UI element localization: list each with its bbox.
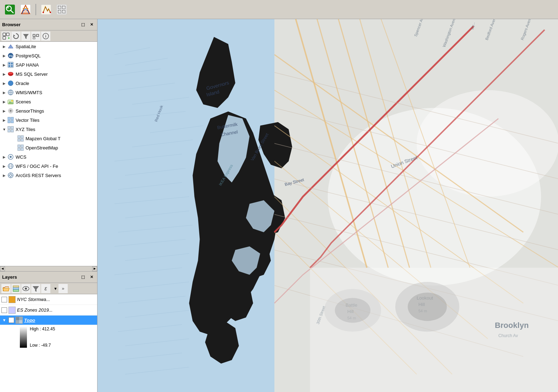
expander-xyz-tiles[interactable]: ▼ bbox=[1, 126, 7, 132]
expander-vector-tiles[interactable]: ▶ bbox=[1, 117, 7, 123]
expander-ms-sql[interactable]: ▶ bbox=[1, 71, 7, 77]
expander-sap-hana[interactable]: ▶ bbox=[1, 62, 7, 68]
svg-point-50 bbox=[10, 110, 12, 112]
browser-item-arcgis[interactable]: ▶ ArcGIS REST Servers bbox=[0, 171, 97, 180]
search-toolbar-btn[interactable] bbox=[3, 2, 17, 17]
layers-open-btn[interactable] bbox=[1, 284, 11, 293]
browser-item-postgresql[interactable]: ▶ PG PostgreSQL bbox=[0, 51, 97, 60]
oracle-icon bbox=[7, 80, 14, 87]
svg-rect-9 bbox=[41, 5, 51, 15]
hscroll-left[interactable]: ◀ bbox=[0, 266, 5, 271]
svg-rect-67 bbox=[18, 148, 20, 150]
layer-legend-topo: High : 412.45 Low : -49.7 bbox=[0, 325, 97, 351]
browser-item-xyz-tiles[interactable]: ▼ XYZ Tiles bbox=[0, 125, 97, 134]
mapzen-label: Mapzen Global T bbox=[26, 136, 61, 141]
svg-rect-36 bbox=[9, 63, 10, 64]
spatialite-icon bbox=[7, 43, 14, 50]
ms-sql-label: MS SQL Server bbox=[16, 72, 48, 77]
legend-high-label: High : 412.45 bbox=[30, 326, 55, 331]
layers-visibility-btn[interactable] bbox=[21, 284, 30, 293]
ms-sql-icon bbox=[7, 70, 14, 78]
browser-item-wms[interactable]: ▶ WMS/WMTS bbox=[0, 88, 97, 97]
browser-item-spatialite[interactable]: ▶ SpatiaLite bbox=[0, 42, 97, 51]
browser-item-ms-sql[interactable]: ▶ MS SQL Server bbox=[0, 69, 97, 79]
browser-item-sensor-things[interactable]: ▶ SensorThings bbox=[0, 106, 97, 115]
svg-rect-88 bbox=[16, 317, 19, 320]
browser-hscroll[interactable]: ◀ ▶ bbox=[0, 266, 97, 271]
browser-close-btn[interactable]: ✕ bbox=[88, 21, 95, 28]
svg-point-76 bbox=[10, 174, 12, 176]
layer-checkbox-es[interactable] bbox=[1, 307, 7, 313]
layers-more-btn[interactable]: » bbox=[58, 284, 68, 293]
vector-tiles-icon bbox=[7, 117, 14, 124]
expander-wcs[interactable]: ▶ bbox=[1, 154, 7, 160]
main-area: Browser ⬚ ✕ + bbox=[0, 19, 558, 392]
layer-swatch-topo bbox=[16, 317, 23, 324]
svg-point-93 bbox=[417, 90, 558, 197]
select-btn[interactable] bbox=[55, 2, 69, 17]
expander-sensor-things[interactable]: ▶ bbox=[1, 108, 7, 114]
browser-item-wcs[interactable]: ▶ WCS bbox=[0, 152, 97, 161]
hscroll-track[interactable] bbox=[5, 266, 92, 271]
postgresql-label: PostgreSQL bbox=[16, 53, 41, 58]
toolbar-separator-1 bbox=[35, 4, 36, 15]
sap-hana-icon bbox=[7, 61, 14, 68]
postgresql-icon: PG bbox=[7, 52, 14, 59]
svg-marker-24 bbox=[23, 34, 29, 39]
browser-collapse-btn[interactable] bbox=[31, 32, 40, 41]
browser-item-vector-tiles[interactable]: ▶ Vector Tiles bbox=[0, 115, 97, 125]
expander-postgresql[interactable]: ▶ bbox=[1, 53, 7, 58]
browser-item-scenes[interactable]: ▶ Scenes bbox=[0, 97, 97, 106]
legend-gradient bbox=[20, 326, 27, 348]
osm-label: OpenStreetMap bbox=[26, 145, 58, 150]
browser-refresh-btn[interactable] bbox=[11, 32, 21, 41]
svg-rect-82 bbox=[13, 287, 19, 289]
browser-new-connection-btn[interactable]: + bbox=[1, 32, 11, 41]
layers-dock-btn[interactable]: ⬚ bbox=[79, 274, 87, 281]
expander-osm bbox=[11, 145, 17, 150]
expander-spatialite[interactable]: ▶ bbox=[1, 44, 7, 49]
browser-item-oracle[interactable]: ▶ Oracle bbox=[0, 79, 97, 88]
wcs-label: WCS bbox=[16, 154, 26, 160]
browser-dock-btn[interactable]: ⬚ bbox=[79, 21, 87, 28]
browser-item-wfs[interactable]: ▶ WFS / OGC API - Fe bbox=[0, 161, 97, 171]
svg-point-85 bbox=[25, 288, 27, 290]
svg-rect-60 bbox=[11, 130, 13, 132]
hscroll-right[interactable]: ▶ bbox=[92, 266, 97, 271]
svg-rect-89 bbox=[19, 320, 22, 323]
browser-item-mapzen[interactable]: Mapzen Global T bbox=[0, 134, 97, 143]
map-tips-btn[interactable] bbox=[18, 2, 33, 17]
digitize-btn[interactable] bbox=[39, 2, 53, 17]
expander-arcgis[interactable]: ▶ bbox=[1, 172, 7, 178]
browser-item-osm[interactable]: OpenStreetMap bbox=[0, 143, 97, 152]
svg-rect-26 bbox=[37, 34, 39, 36]
layers-close-btn[interactable]: ✕ bbox=[88, 274, 95, 281]
wfs-label: WFS / OGC API - Fe bbox=[16, 164, 58, 169]
layer-item-topo[interactable]: ▼ ✓ Topo bbox=[0, 316, 97, 325]
layers-add-btn[interactable] bbox=[11, 284, 21, 293]
expander-oracle[interactable]: ▶ bbox=[1, 80, 7, 86]
layers-filter-btn[interactable] bbox=[31, 284, 40, 293]
layer-expander-topo[interactable]: ▼ bbox=[1, 317, 7, 323]
layer-checkbox-topo[interactable]: ✓ bbox=[9, 317, 14, 323]
svg-text:i: i bbox=[45, 34, 46, 38]
scenes-label: Scenes bbox=[16, 99, 31, 104]
layer-label-es: ES Zones 2019... bbox=[17, 307, 52, 313]
browser-item-sap-hana[interactable]: ▶ SAP HANA bbox=[0, 60, 97, 69]
browser-filter-btn[interactable] bbox=[21, 32, 30, 41]
expander-scenes[interactable]: ▶ bbox=[1, 99, 7, 104]
layer-checkbox-nyc[interactable] bbox=[1, 297, 7, 302]
browser-tree: ▶ SpatiaLite ▶ PG bbox=[0, 42, 97, 266]
svg-rect-18 bbox=[6, 33, 9, 36]
layers-epsilon-btn[interactable]: ε bbox=[41, 284, 50, 293]
svg-point-163 bbox=[408, 292, 447, 321]
map-area[interactable]: Governors Island Buttermilk Channel Red … bbox=[97, 19, 558, 392]
svg-rect-57 bbox=[8, 126, 10, 129]
svg-rect-64 bbox=[21, 139, 23, 141]
layer-item-nyc-stormwa[interactable]: NYC Stormwa... bbox=[0, 294, 97, 305]
layer-item-es-zones[interactable]: ES Zones 2019... bbox=[0, 305, 97, 316]
svg-rect-54 bbox=[11, 117, 13, 120]
expander-wfs[interactable]: ▶ bbox=[1, 163, 7, 169]
expander-wms[interactable]: ▶ bbox=[1, 90, 7, 95]
browser-info-btn[interactable]: i bbox=[41, 32, 50, 41]
